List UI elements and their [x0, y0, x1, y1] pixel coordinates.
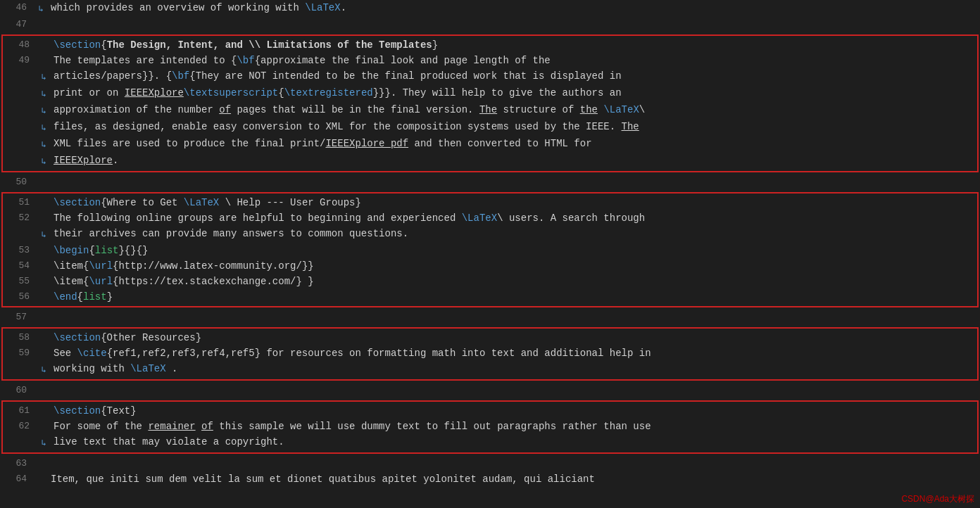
line-area: 46 ↳ which provides an overview of worki… — [0, 0, 980, 487]
line-55: 55 \item{\url{https://tex.stackexchange.… — [3, 274, 977, 289]
arrow-57 — [34, 310, 48, 325]
ln-64: 64 — [0, 471, 34, 487]
ln-49d — [3, 102, 37, 119]
arrow-46: ↳ — [34, 0, 48, 17]
arrow-50 — [34, 174, 48, 190]
code-59: See \cite{ref1,ref2,ref3,ref4,ref5} for … — [51, 345, 977, 361]
code-61: \section{Text} — [51, 403, 977, 419]
code-49g: IEEEXplore. — [51, 153, 977, 170]
ln-54: 54 — [3, 258, 37, 274]
arrow-54 — [37, 258, 51, 274]
line-49: 49 The templates are intended to {\bf{ap… — [3, 53, 977, 68]
line-59b: ↳ working with \LaTeX . — [3, 361, 977, 378]
ln-49: 49 — [3, 53, 37, 68]
line-60: 60 — [0, 383, 980, 398]
arrow-52 — [37, 210, 51, 226]
ln-56: 56 — [3, 289, 37, 305]
code-59b: working with \LaTeX . — [51, 361, 977, 378]
arrow-64 — [34, 471, 48, 487]
ln-46: 46 — [0, 0, 34, 17]
code-46: which provides an overview of working wi… — [48, 0, 980, 17]
ln-49b — [3, 68, 37, 85]
code-49c: print or on IEEEXplore\textsuperscript{\… — [51, 85, 977, 102]
ln-58: 58 — [3, 330, 37, 345]
code-60 — [48, 383, 980, 398]
line-64: 64 Item, que initi sum dem velit la sum … — [0, 471, 980, 487]
ln-60: 60 — [0, 383, 34, 398]
arrow-58 — [37, 330, 51, 345]
line-49d: ↳ approximation of the number of pages t… — [3, 102, 977, 119]
arrow-63 — [34, 456, 48, 471]
code-51: \section{Where to Get \LaTeX \ Help --- … — [51, 195, 977, 210]
ln-59: 59 — [3, 345, 37, 361]
code-63 — [48, 456, 980, 471]
line-56: 56 \end{list} — [3, 289, 977, 305]
line-49b: ↳ articles/papers}}. {\bf{They are NOT i… — [3, 68, 977, 85]
line-49f: ↳ XML files are used to produce the fina… — [3, 136, 977, 153]
ln-57: 57 — [0, 310, 34, 325]
code-49d: approximation of the number of pages tha… — [51, 102, 977, 119]
ln-50: 50 — [0, 174, 34, 190]
section-block-3: 58 \section{Other Resources} 59 See \cit… — [1, 327, 979, 381]
code-64: Item, que initi sum dem velit la sum et … — [48, 471, 980, 487]
arrow-49g: ↳ — [37, 153, 51, 170]
ln-47: 47 — [0, 17, 34, 32]
line-58: 58 \section{Other Resources} — [3, 330, 977, 345]
arrow-49e: ↳ — [37, 119, 51, 136]
arrow-61 — [37, 403, 51, 419]
code-55: \item{\url{https://tex.stackexchange.com… — [51, 274, 977, 289]
line-52b: ↳ their archives can provide many answer… — [3, 226, 977, 243]
arrow-49 — [37, 53, 51, 68]
ln-53: 53 — [3, 243, 37, 258]
arrow-53 — [37, 243, 51, 258]
code-54: \item{\url{http://www.latex-community.or… — [51, 258, 977, 274]
ln-62: 62 — [3, 419, 37, 434]
arrow-49d: ↳ — [37, 102, 51, 119]
line-47: 47 — [0, 17, 980, 32]
line-54: 54 \item{\url{http://www.latex-community… — [3, 258, 977, 274]
code-47 — [48, 17, 980, 32]
code-48: \section{The Design, Intent, and \\ Limi… — [51, 37, 977, 53]
line-48: 48 \section{The Design, Intent, and \\ L… — [3, 37, 977, 53]
ln-61: 61 — [3, 403, 37, 419]
code-53: \begin{list}{}{} — [51, 243, 977, 258]
watermark: CSDN@Ada大树探 — [901, 493, 974, 505]
arrow-52b: ↳ — [37, 226, 51, 243]
arrow-55 — [37, 274, 51, 289]
code-57 — [48, 310, 980, 325]
arrow-48 — [37, 37, 51, 53]
code-62b: live text that may violate a copyright. — [51, 434, 977, 451]
arrow-49f: ↳ — [37, 136, 51, 153]
line-53: 53 \begin{list}{}{} — [3, 243, 977, 258]
arrow-49b: ↳ — [37, 68, 51, 85]
line-59: 59 See \cite{ref1,ref2,ref3,ref4,ref5} f… — [3, 345, 977, 361]
ln-59b — [3, 361, 37, 378]
line-49g: ↳ IEEEXplore. — [3, 153, 977, 170]
code-62: For some of the remainer of this sample … — [51, 419, 977, 434]
code-52: The following online groups are helpful … — [51, 210, 977, 226]
line-62b: ↳ live text that may violate a copyright… — [3, 434, 977, 451]
code-49f: XML files are used to produce the final … — [51, 136, 977, 153]
ln-55: 55 — [3, 274, 37, 289]
arrow-49c: ↳ — [37, 85, 51, 102]
arrow-47 — [34, 17, 48, 32]
editor-container: 46 ↳ which provides an overview of worki… — [0, 0, 980, 508]
code-56: \end{list} — [51, 289, 977, 305]
arrow-62b: ↳ — [37, 434, 51, 451]
ln-51: 51 — [3, 195, 37, 210]
arrow-51 — [37, 195, 51, 210]
line-49e: ↳ files, as designed, enable easy conver… — [3, 119, 977, 136]
line-51: 51 \section{Where to Get \LaTeX \ Help -… — [3, 195, 977, 210]
arrow-62 — [37, 419, 51, 434]
arrow-60 — [34, 383, 48, 398]
code-49b: articles/papers}}. {\bf{They are NOT int… — [51, 68, 977, 85]
line-61: 61 \section{Text} — [3, 403, 977, 419]
ln-49g — [3, 153, 37, 170]
line-63: 63 — [0, 456, 980, 471]
line-62: 62 For some of the remainer of this samp… — [3, 419, 977, 434]
arrow-59 — [37, 345, 51, 361]
code-50 — [48, 174, 980, 190]
line-49c: ↳ print or on IEEEXplore\textsuperscript… — [3, 85, 977, 102]
ln-48: 48 — [3, 37, 37, 53]
arrow-59b: ↳ — [37, 361, 51, 378]
